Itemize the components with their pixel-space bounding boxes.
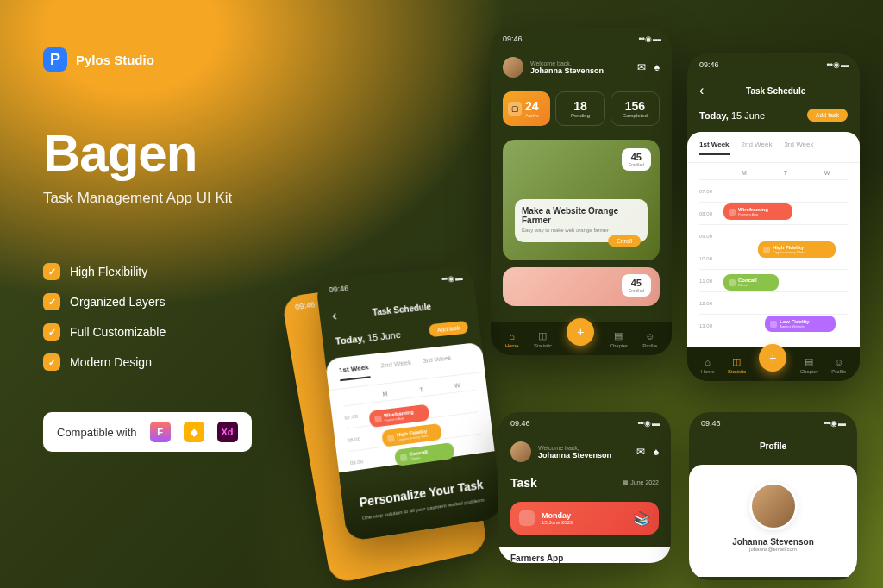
nav-home[interactable]: ⌂Home — [701, 357, 715, 374]
compatibility-badge: Compatible with F ◆ Xd — [43, 412, 252, 452]
feature-item: Modern Design — [70, 355, 152, 369]
check-icon: ✓ — [43, 263, 60, 280]
profile-name: Johanna Stevenson — [701, 537, 845, 547]
bell-icon[interactable]: ♠ — [654, 61, 660, 73]
brand: P Pylos Studio — [43, 47, 414, 72]
stat-active[interactable]: ▢24Active — [503, 91, 550, 126]
back-icon[interactable]: ‹ — [331, 308, 338, 324]
card-title: Make a Website Orange Farmer — [522, 206, 641, 225]
fab-add[interactable]: + — [759, 344, 786, 372]
briefcase-icon — [519, 510, 535, 526]
course-card[interactable]: 45Enrolled Make a Website Orange FarmerE… — [503, 140, 660, 260]
event-high-fidelity[interactable]: High FidelityCryptocurrency Web — [758, 241, 836, 258]
sketch-icon: ◆ — [184, 422, 204, 442]
nav-chapter[interactable]: ▤Chapter — [800, 356, 818, 374]
week-tab[interactable]: 1st Week — [699, 141, 730, 155]
check-icon: ✓ — [43, 323, 60, 341]
event-wireframing[interactable]: WireframingFarmers App — [723, 203, 792, 220]
nav-statistic[interactable]: ◫Statistic — [534, 330, 552, 348]
brand-name: Pylos Studio — [76, 53, 154, 67]
fab-add[interactable]: + — [567, 318, 594, 346]
phone-home: 09:46••• ◉ ▬ Welcome back,Johanna Steven… — [491, 28, 672, 355]
course-card-2[interactable]: 45Enrolled — [503, 267, 660, 306]
enroll-button[interactable]: Enroll — [608, 235, 641, 247]
task-title: Task — [510, 476, 537, 490]
nav-profile[interactable]: ☺Profile — [642, 331, 657, 348]
bell-icon[interactable]: ♠ — [654, 446, 659, 458]
avatar[interactable] — [503, 57, 523, 78]
enrolled-badge: 45Enrolled — [622, 148, 651, 171]
compat-label: Compatible with — [57, 426, 137, 439]
bottom-nav: ⌂Home ◫Statistic + ▤Chapter ☺Profile — [491, 322, 672, 355]
figma-icon: F — [150, 422, 171, 442]
today-label: Today, — [699, 110, 729, 121]
status-icons: ••• ◉ ▬ — [827, 60, 848, 69]
phone-schedule: 09:46••• ◉ ▬ ‹Task Schedule Today, 15 Ju… — [687, 53, 860, 381]
avatar[interactable] — [510, 441, 531, 462]
task-card[interactable]: Monday15 June 2022📚 — [510, 502, 659, 535]
product-subtitle: Task Management App UI Kit — [43, 190, 414, 207]
welcome-greeting: Welcome back, — [530, 60, 604, 66]
check-icon: ✓ — [43, 353, 60, 371]
welcome-name: Johanna Stevenson — [530, 66, 604, 75]
phone-profile: 09:46••• ◉ ▬ Profile Johanna Stevenson j… — [689, 412, 857, 580]
week-tabs: 1st Week2nd Week3rd Week — [687, 141, 860, 163]
nav-statistic[interactable]: ◫Statistic — [728, 356, 746, 374]
date-label: 15 June — [731, 110, 765, 121]
chat-icon[interactable]: ✉ — [637, 61, 646, 73]
event-low-fidelity[interactable]: Low FidelityAgency Website — [765, 316, 836, 332]
status-time: 09:46 — [503, 34, 523, 43]
check-icon: ✓ — [43, 293, 60, 310]
product-title: Bagen — [43, 128, 414, 179]
chat-icon[interactable]: ✉ — [636, 446, 645, 458]
card-sub: Easy way to make web orange farmer — [522, 228, 641, 233]
xd-icon: Xd — [217, 422, 238, 442]
profile-title: Profile — [689, 435, 857, 458]
books-icon: 📚 — [633, 510, 650, 527]
stat-pending[interactable]: 18Pending — [555, 91, 604, 126]
project-title: Farmers App — [498, 547, 671, 563]
bottom-nav: ⌂Home ◫Statistic + ▤Chapter ☺Profile — [687, 347, 860, 381]
status-time: 09:46 — [699, 60, 719, 69]
logo-icon: P — [43, 47, 67, 72]
week-tab[interactable]: 3rd Week — [784, 141, 813, 155]
timeline: 07.0008.0009.0010.0011.0012.0013.00Wiref… — [687, 179, 860, 336]
profile-avatar[interactable] — [749, 482, 798, 530]
day-header: W — [806, 170, 848, 176]
feature-item: Full Customizable — [70, 325, 166, 339]
profile-email: johanna@email.com — [701, 547, 845, 552]
calendar-icon: ▢ — [508, 102, 522, 116]
nav-chapter[interactable]: ▤Chapter — [610, 330, 628, 348]
status-icons: ••• ◉ ▬ — [639, 34, 660, 43]
phone-task: 09:46••• ◉ ▬ Welcome back,Johanna Steven… — [498, 412, 671, 563]
nav-profile[interactable]: ☺Profile — [831, 357, 846, 374]
phone-promo: 09:46••• ◉ ▬ ‹Task Schedule Today, 15 Ju… — [316, 266, 503, 541]
enrolled-badge: 45Enrolled — [622, 274, 651, 297]
feature-item: Organized Layers — [70, 295, 166, 309]
add-task-button[interactable]: Add task — [807, 109, 848, 122]
event-concall[interactable]: ConcallClients — [723, 274, 779, 291]
stat-completed[interactable]: 156Completed — [611, 91, 660, 126]
back-icon[interactable]: ‹ — [699, 83, 704, 98]
day-header: T — [765, 170, 806, 176]
schedule-title: Task Schedule — [746, 86, 805, 96]
calendar-icon: ▦ — [623, 479, 630, 485]
feature-item: High Flexibility — [70, 265, 147, 278]
nav-home[interactable]: ⌂Home — [505, 331, 519, 348]
week-tab[interactable]: 2nd Week — [742, 141, 773, 155]
add-task-button[interactable]: Add task — [428, 321, 468, 337]
day-header: M — [723, 170, 765, 176]
